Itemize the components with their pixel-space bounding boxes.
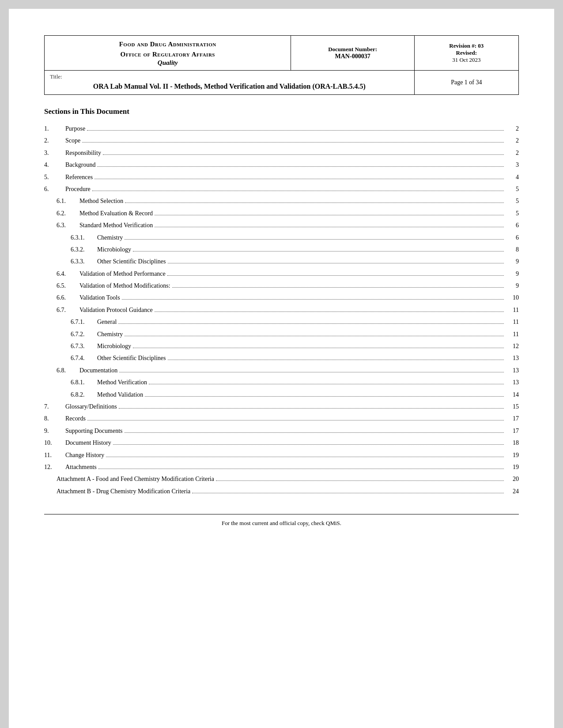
toc-item: 6.Procedure5 — [44, 184, 519, 194]
toc-num: 10. — [44, 438, 65, 448]
toc-dots — [168, 263, 504, 263]
toc-page: 17 — [506, 414, 519, 424]
title-cell: Title: ORA Lab Manual Vol. II - Methods,… — [45, 71, 415, 95]
toc-dots — [106, 457, 504, 457]
toc-item: 1.Purpose2 — [44, 124, 519, 134]
toc-item: 6.2.Method Evaluation & Record5 — [44, 209, 519, 218]
toc-dots — [119, 408, 504, 409]
toc-item: 6.3.3.Other Scientific Disciplines9 — [44, 257, 519, 266]
toc-dots — [113, 444, 504, 445]
toc-label: Chemistry — [97, 233, 123, 243]
toc-label: Glossary/Definitions — [65, 402, 117, 412]
toc-label: Supporting Documents — [65, 426, 123, 436]
toc-label: Validation of Method Modifications: — [79, 281, 170, 291]
toc-num: 5. — [44, 173, 65, 182]
toc-item: Attachment A - Food and Feed Chemistry M… — [44, 474, 519, 484]
toc-num: 6.4. — [44, 269, 79, 279]
doc-num-value: MAN-000037 — [296, 53, 408, 60]
toc-label: Document History — [65, 438, 111, 448]
toc-item: 9.Supporting Documents17 — [44, 426, 519, 436]
toc-num: 8. — [44, 414, 65, 424]
toc-item: 6.3.Standard Method Verification6 — [44, 221, 519, 230]
org-line3: Quality — [50, 59, 285, 67]
toc-dots — [92, 191, 504, 191]
toc-label: Attachments — [65, 462, 97, 472]
toc-page: 17 — [506, 426, 519, 436]
toc-dots — [133, 348, 504, 348]
toc-label: Microbiology — [97, 245, 131, 255]
toc-dots — [192, 493, 504, 493]
toc-label: Validation Tools — [79, 293, 120, 303]
toc-label: Procedure — [65, 184, 91, 194]
toc-label: Validation of Method Performance — [79, 269, 166, 279]
toc-label: Documentation — [79, 366, 117, 375]
toc-page: 19 — [506, 462, 519, 472]
toc-item: 6.8.1.Method Verification13 — [44, 378, 519, 387]
toc-dots — [167, 275, 504, 276]
toc-dots — [168, 360, 504, 360]
toc-dots — [125, 432, 504, 433]
toc-num: 3. — [44, 148, 65, 158]
toc-label: Standard Method Verification — [79, 221, 153, 230]
toc-num: 6.3.3. — [44, 257, 97, 266]
toc-page: 6 — [506, 233, 519, 243]
footer-text: For the most current and official copy, … — [222, 520, 341, 526]
header-docnum-cell: Document Number: MAN-000037 — [291, 36, 414, 71]
toc-dots — [133, 251, 504, 251]
toc-page: 13 — [506, 353, 519, 363]
toc-dots — [125, 239, 504, 240]
toc-item: Attachment B - Drug Chemistry Modificati… — [44, 487, 519, 496]
toc-page: 11 — [506, 317, 519, 327]
toc-item: 3.Responsibility2 — [44, 148, 519, 158]
toc-num: 6.8. — [44, 366, 79, 375]
toc-item: 6.3.1.Chemistry6 — [44, 233, 519, 243]
toc-page: 5 — [506, 184, 519, 194]
toc-num: 6.7.2. — [44, 330, 97, 339]
toc-page: 9 — [506, 269, 519, 279]
toc-page: 11 — [506, 330, 519, 339]
toc-num: 6.2. — [44, 209, 79, 218]
toc-num: 6.1. — [44, 196, 79, 206]
footer: For the most current and official copy, … — [44, 514, 519, 527]
toc-num: 9. — [44, 426, 65, 436]
toc-page: 3 — [506, 160, 519, 170]
page-info: Page 1 of 34 — [451, 79, 482, 86]
toc-page: 10 — [506, 293, 519, 303]
revised-date: 31 Oct 2023 — [420, 56, 513, 64]
toc-num: 6.5. — [44, 281, 79, 291]
toc-item: 6.7.3.Microbiology12 — [44, 341, 519, 351]
toc-page: 13 — [506, 378, 519, 387]
toc-num: 6.7.4. — [44, 353, 97, 363]
org-line2: Office of Regulatory Affairs — [50, 49, 285, 60]
toc-page: 5 — [506, 196, 519, 206]
toc-dots — [94, 179, 504, 179]
toc-num: 6.7. — [44, 305, 79, 315]
header-org-cell: Food and Drug Administration Office of R… — [45, 36, 291, 71]
toc-page: 4 — [506, 173, 519, 182]
toc-dots — [216, 480, 504, 481]
toc-page: 9 — [506, 281, 519, 291]
toc-label: Scope — [65, 136, 80, 146]
toc-num: 11. — [44, 450, 65, 460]
toc-dots — [155, 215, 504, 215]
toc-label: References — [65, 173, 93, 182]
toc-item: 6.7.Validation Protocol Guidance11 — [44, 305, 519, 315]
toc-item: 8.Records17 — [44, 414, 519, 424]
toc-label: Responsibility — [65, 148, 101, 158]
toc-num: 6.7.1. — [44, 317, 97, 327]
revision-label: Revision #: — [449, 42, 476, 49]
toc-dots — [103, 154, 504, 155]
toc-label: Other Scientific Disciplines — [97, 353, 166, 363]
toc-num: 12. — [44, 462, 65, 472]
toc-dots — [119, 372, 504, 372]
toc-page: 2 — [506, 124, 519, 134]
toc-num: 4. — [44, 160, 65, 170]
toc-dots — [87, 130, 504, 131]
toc-item: 11.Change History19 — [44, 450, 519, 460]
toc-label: Attachment A - Food and Feed Chemistry M… — [57, 474, 214, 484]
toc-dots — [155, 311, 504, 312]
toc-num: 2. — [44, 136, 65, 146]
toc-dots — [125, 336, 504, 336]
toc-item: 6.4.Validation of Method Performance9 — [44, 269, 519, 279]
toc-num: 1. — [44, 124, 65, 134]
